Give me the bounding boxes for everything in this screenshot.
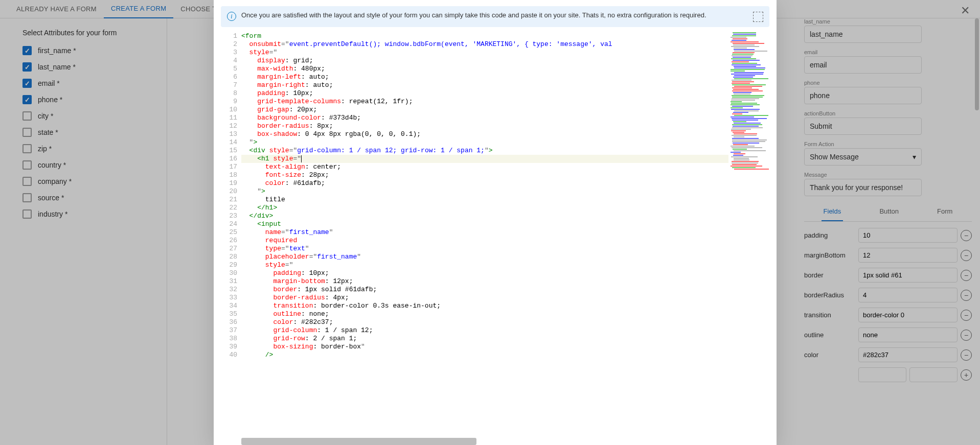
style-key: border xyxy=(804,271,855,279)
remove-style-button[interactable]: − xyxy=(961,349,972,361)
attribute-label: last_name * xyxy=(38,63,76,71)
attribute-row[interactable]: state * xyxy=(22,128,167,137)
field-label: email xyxy=(804,49,972,55)
checkbox[interactable] xyxy=(22,209,32,219)
attribute-label: first_name * xyxy=(38,46,76,55)
checkbox[interactable] xyxy=(22,128,32,137)
attribute-row[interactable]: phone * xyxy=(22,95,167,104)
style-value-input[interactable] xyxy=(858,288,958,302)
remove-style-button[interactable]: − xyxy=(961,330,972,341)
code-modal: i Once you are satisfied with the layout… xyxy=(214,0,777,445)
field-input-email[interactable] xyxy=(804,56,922,74)
code-editor[interactable]: 1234567891011121314151617181920212223242… xyxy=(221,32,769,445)
attribute-label: country * xyxy=(38,161,66,169)
style-value-input[interactable] xyxy=(858,228,958,243)
attribute-row[interactable]: first_name * xyxy=(22,46,167,55)
remove-style-button[interactable]: − xyxy=(961,270,972,281)
attribute-row[interactable]: company * xyxy=(22,177,167,186)
sub-tab-button[interactable]: Button xyxy=(877,202,901,221)
info-banner: i Once you are satisfied with the layout… xyxy=(221,6,769,27)
style-key: transition xyxy=(804,311,855,319)
attribute-label: industry * xyxy=(38,210,67,218)
field-input-phone[interactable] xyxy=(804,87,922,104)
checkbox[interactable] xyxy=(22,79,32,88)
style-key: outline xyxy=(804,331,855,339)
sub-tab-fields[interactable]: Fields xyxy=(822,202,844,221)
info-text: Once you are satisfied with the layout a… xyxy=(241,11,748,19)
tab-create-a-form[interactable]: CREATE A FORM xyxy=(104,0,173,18)
field-label: phone xyxy=(804,80,972,86)
style-sub-tabs: FieldsButtonForm xyxy=(804,202,972,222)
field-input-last_name[interactable] xyxy=(804,26,922,43)
sub-tab-form[interactable]: Form xyxy=(935,202,954,221)
style-value-input[interactable] xyxy=(858,248,958,263)
attribute-row[interactable]: email * xyxy=(22,79,167,88)
attribute-label: source * xyxy=(38,194,64,202)
style-key: marginBottom xyxy=(804,251,855,259)
checkbox[interactable] xyxy=(22,193,32,202)
new-style-key-input[interactable] xyxy=(858,367,906,382)
attribute-row[interactable]: city * xyxy=(22,111,167,121)
line-gutter: 1234567891011121314151617181920212223242… xyxy=(221,32,241,445)
field-label: last_name xyxy=(804,18,972,25)
field-input-actionButton[interactable] xyxy=(804,118,922,135)
attribute-label: company * xyxy=(38,177,72,185)
attribute-row[interactable]: source * xyxy=(22,193,167,202)
close-icon[interactable]: ✕ xyxy=(961,4,970,17)
style-value-input[interactable] xyxy=(858,308,958,322)
attributes-panel: Select Attributes for your form first_na… xyxy=(0,18,167,445)
form-action-select[interactable]: Show Message ▾ xyxy=(804,148,922,166)
form-action-label: Form Action xyxy=(804,141,972,147)
attributes-title: Select Attributes for your form xyxy=(22,29,167,37)
properties-panel: last_nameemailphoneactionButton Form Act… xyxy=(801,18,980,445)
horizontal-scrollbar[interactable] xyxy=(241,438,476,445)
style-value-input[interactable] xyxy=(858,347,958,362)
attribute-row[interactable]: country * xyxy=(22,160,167,170)
tab-already-have-a-form[interactable]: ALREADY HAVE A FORM xyxy=(9,0,104,18)
checkbox[interactable] xyxy=(22,95,32,104)
new-style-value-input[interactable] xyxy=(909,367,958,382)
add-style-button[interactable]: + xyxy=(961,369,972,381)
attribute-row[interactable]: last_name * xyxy=(22,62,167,72)
remove-style-button[interactable]: − xyxy=(961,230,972,241)
attribute-label: city * xyxy=(38,112,53,120)
attribute-label: zip * xyxy=(38,145,52,153)
field-label: actionButton xyxy=(804,110,972,116)
chevron-down-icon: ▾ xyxy=(913,153,916,161)
checkbox[interactable] xyxy=(22,177,32,186)
attribute-label: state * xyxy=(38,128,58,136)
style-key: color xyxy=(804,351,855,359)
remove-style-button[interactable]: − xyxy=(961,290,972,301)
attribute-row[interactable]: industry * xyxy=(22,209,167,219)
copy-icon[interactable] xyxy=(753,12,763,22)
style-key: borderRadius xyxy=(804,291,855,299)
info-icon: i xyxy=(227,12,236,21)
style-key: padding xyxy=(804,231,855,239)
attribute-row[interactable]: zip * xyxy=(22,144,167,153)
checkbox[interactable] xyxy=(22,62,32,72)
message-input[interactable] xyxy=(804,179,922,196)
checkbox[interactable] xyxy=(22,144,32,153)
minimap[interactable] xyxy=(728,32,769,445)
checkbox[interactable] xyxy=(22,111,32,121)
attribute-label: phone * xyxy=(38,96,62,104)
message-label: Message xyxy=(804,172,972,178)
checkbox[interactable] xyxy=(22,160,32,170)
remove-style-button[interactable]: − xyxy=(961,250,972,261)
attribute-label: email * xyxy=(38,79,60,87)
style-value-input[interactable] xyxy=(858,268,958,283)
checkbox[interactable] xyxy=(22,46,32,55)
scrollbar[interactable] xyxy=(975,18,979,110)
style-value-input[interactable] xyxy=(858,327,958,342)
code-content[interactable]: <form onsubmit="event.preventDefault(); … xyxy=(241,32,728,445)
remove-style-button[interactable]: − xyxy=(961,310,972,321)
